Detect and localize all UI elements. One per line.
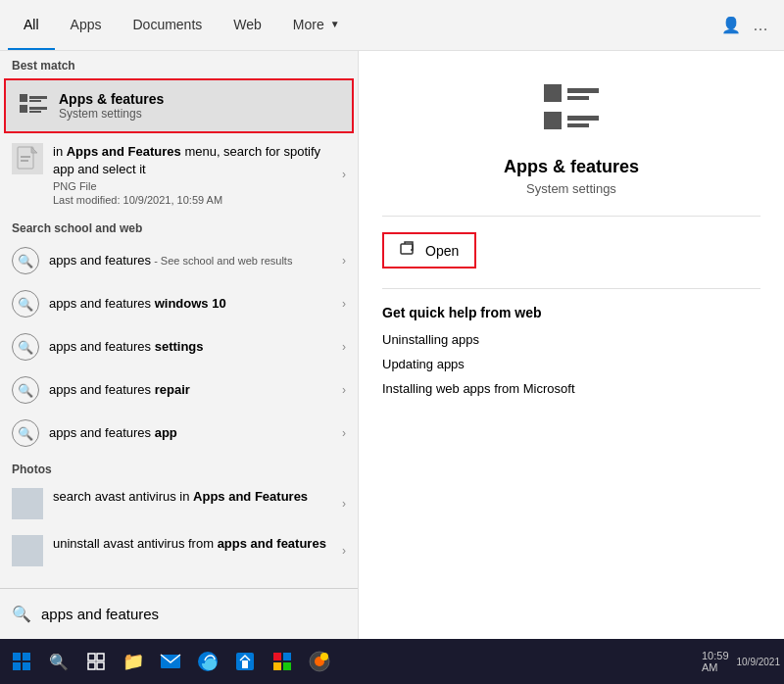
app-icon-container xyxy=(382,74,760,145)
quick-help-title: Get quick help from web xyxy=(382,305,760,320)
chevron-right-icon-3: › xyxy=(342,340,346,354)
file-title: in Apps and Features menu, search for sp… xyxy=(53,143,336,178)
store-button[interactable] xyxy=(227,644,263,679)
school-result-5[interactable]: 🔍 apps and features app › xyxy=(0,412,358,455)
photo-result-1[interactable]: search avast antivirus in Apps and Featu… xyxy=(0,480,358,527)
color-grid-button[interactable] xyxy=(265,644,300,679)
svg-point-35 xyxy=(320,653,328,660)
person-icon[interactable]: 👤 xyxy=(721,16,741,34)
chevron-right-icon: › xyxy=(342,168,346,181)
svg-rect-28 xyxy=(242,660,248,668)
quick-help-link-1[interactable]: Uninstalling apps xyxy=(382,332,760,347)
clock-time: 10:59 AM xyxy=(702,650,731,673)
file-result-text: in Apps and Features menu, search for sp… xyxy=(53,143,336,206)
tab-all[interactable]: All xyxy=(8,0,55,50)
search-icon: 🔍 xyxy=(12,247,39,274)
svg-rect-9 xyxy=(21,160,28,162)
edge-button[interactable] xyxy=(190,644,225,679)
svg-rect-5 xyxy=(29,111,41,113)
start-button[interactable] xyxy=(4,644,39,679)
svg-rect-19 xyxy=(13,662,21,670)
tab-apps[interactable]: Apps xyxy=(55,0,118,50)
search-bar: 🔍 xyxy=(0,588,358,639)
quick-help-link-3[interactable]: Installing web apps from Microsoft xyxy=(382,381,760,396)
apps-features-icon xyxy=(18,90,49,122)
best-match-subtitle: System settings xyxy=(59,107,340,121)
school-result-2[interactable]: 🔍 apps and features windows 10 › xyxy=(0,282,358,325)
main-content: Best match Apps & features System settin… xyxy=(0,51,784,639)
svg-rect-29 xyxy=(273,653,281,660)
right-app-title: Apps & features xyxy=(382,157,760,177)
settings-globe-button[interactable] xyxy=(302,644,337,679)
chevron-right-icon-2: › xyxy=(342,297,346,311)
mail-button[interactable] xyxy=(153,644,188,679)
file-explorer-button[interactable]: 📁 xyxy=(116,644,151,679)
system-tray[interactable]: 10:59 AM 10/9/2021 xyxy=(702,644,780,679)
search-icon-5: 🔍 xyxy=(12,419,39,447)
school-result-sub-1: - See school and web results xyxy=(151,255,292,267)
school-result-text-4: apps and features repair xyxy=(49,381,336,399)
search-icon-3: 🔍 xyxy=(12,333,39,361)
tab-web[interactable]: Web xyxy=(218,0,277,50)
school-result-4[interactable]: 🔍 apps and features repair › xyxy=(0,368,358,412)
best-match-item[interactable]: Apps & features System settings xyxy=(4,78,354,133)
file-icon xyxy=(12,143,43,174)
quick-help-link-2[interactable]: Updating apps xyxy=(382,357,760,371)
search-input[interactable] xyxy=(41,606,346,622)
photo-result-text-1: search avast antivirus in Apps and Featu… xyxy=(53,488,336,506)
svg-rect-10 xyxy=(544,84,562,102)
task-view-button[interactable] xyxy=(78,644,114,679)
clock-date: 10/9/2021 xyxy=(737,657,781,667)
chevron-right-icon-photo-1: › xyxy=(342,497,346,511)
search-bar-icon: 🔍 xyxy=(12,605,31,623)
app-icon-svg xyxy=(536,74,607,145)
photo-thumbnail-1 xyxy=(12,488,43,519)
svg-rect-31 xyxy=(273,662,281,670)
divider-1 xyxy=(382,216,760,217)
svg-rect-17 xyxy=(13,653,21,660)
svg-rect-1 xyxy=(20,105,27,113)
open-button-container: Open xyxy=(382,232,760,269)
tab-documents[interactable]: Documents xyxy=(117,0,218,50)
open-button[interactable]: Open xyxy=(382,232,476,269)
divider-2 xyxy=(382,288,760,289)
top-navigation: All Apps Documents Web More ▼ 👤 … xyxy=(0,0,784,51)
svg-rect-3 xyxy=(29,100,41,102)
chevron-right-icon-4: › xyxy=(342,383,346,397)
school-result-text-2: apps and features windows 10 xyxy=(49,295,336,313)
svg-rect-18 xyxy=(23,653,30,660)
svg-rect-32 xyxy=(283,662,291,670)
svg-rect-22 xyxy=(97,654,104,660)
svg-marker-7 xyxy=(31,147,37,153)
svg-rect-30 xyxy=(283,653,291,660)
best-match-title: Apps & features xyxy=(59,91,340,107)
tab-more[interactable]: More ▼ xyxy=(277,0,356,50)
svg-rect-11 xyxy=(567,88,599,93)
chevron-right-icon-photo-2: › xyxy=(342,544,346,558)
svg-rect-24 xyxy=(97,662,104,669)
photo-result-text-2: uninstall avast antivirus from apps and … xyxy=(53,535,336,553)
svg-rect-8 xyxy=(21,156,30,158)
chevron-down-icon: ▼ xyxy=(330,19,340,29)
left-panel: Best match Apps & features System settin… xyxy=(0,51,358,639)
photos-section-label: Photos xyxy=(0,455,358,480)
svg-rect-4 xyxy=(29,107,47,110)
search-icon-2: 🔍 xyxy=(12,290,39,318)
open-icon xyxy=(400,240,417,261)
svg-rect-14 xyxy=(567,116,599,121)
right-app-subtitle: System settings xyxy=(382,181,760,196)
photo-result-2[interactable]: uninstall avast antivirus from apps and … xyxy=(0,527,358,574)
svg-rect-16 xyxy=(401,244,413,254)
school-result-3[interactable]: 🔍 apps and features settings › xyxy=(0,325,358,368)
svg-rect-20 xyxy=(23,662,30,670)
file-result-item[interactable]: in Apps and Features menu, search for sp… xyxy=(0,135,358,214)
school-result-text-5: apps and features app xyxy=(49,424,336,442)
svg-rect-23 xyxy=(88,662,95,669)
school-result-1[interactable]: 🔍 apps and features - See school and web… xyxy=(0,239,358,282)
chevron-right-icon-1: › xyxy=(342,254,346,268)
svg-rect-2 xyxy=(29,96,47,99)
nav-action-icons: 👤 … xyxy=(721,16,776,34)
ellipsis-icon[interactable]: … xyxy=(753,17,768,34)
svg-rect-0 xyxy=(20,94,27,102)
search-taskbar-button[interactable]: 🔍 xyxy=(41,644,76,679)
